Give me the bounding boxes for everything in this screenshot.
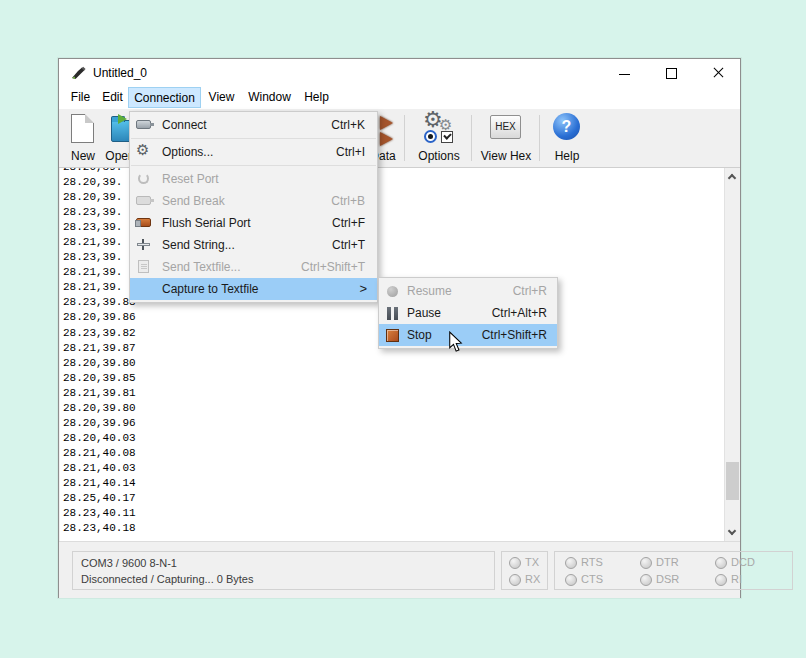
connection-status-text: Disconnected / Capturing... 0 Bytes	[81, 573, 253, 585]
toolbar-options-button[interactable]: ⚙⚙ Options	[409, 112, 469, 165]
menu-item-shortcut: Ctrl+Shift+T	[301, 260, 365, 274]
toolbar-new-label: New	[63, 149, 103, 163]
cts-led-icon	[565, 574, 577, 586]
dtr-led-icon	[640, 557, 652, 569]
menu-item-send-string[interactable]: Send String... Ctrl+T	[130, 234, 377, 256]
submenu-item-resume[interactable]: Resume Ctrl+R	[379, 280, 557, 302]
menu-item-label: Flush Serial Port	[162, 216, 251, 230]
submenu-item-stop[interactable]: Stop Ctrl+Shift+R	[379, 324, 557, 346]
window-title: Untitled_0	[93, 66, 147, 80]
toolbar-help-button[interactable]: ? Help	[543, 112, 591, 165]
status-bar: COM3 / 9600 8-N-1 Disconnected / Capturi…	[59, 541, 740, 598]
submenu-item-pause[interactable]: Pause Ctrl+Alt+R	[379, 302, 557, 324]
menu-item-label: Resume	[407, 284, 452, 298]
app-window: Untitled_0 File Edit Connection View Win…	[58, 58, 741, 598]
reset-icon	[136, 171, 153, 187]
capture-submenu: Resume Ctrl+R Pause Ctrl+Alt+R Stop Ctrl…	[378, 277, 558, 349]
toolbar-divider	[404, 115, 405, 161]
dtr-label: DTR	[656, 556, 679, 568]
toolbar-divider	[539, 115, 540, 161]
connection-dropdown-menu: Connect Ctrl+K ⚙ Options... Ctrl+I Reset…	[129, 111, 378, 303]
menu-item-connect[interactable]: Connect Ctrl+K	[130, 114, 377, 136]
menu-item-label: Stop	[407, 328, 432, 342]
submenu-arrow-icon: >	[359, 281, 367, 296]
dsr-led-icon	[640, 574, 652, 586]
menu-separator	[131, 138, 376, 139]
close-button[interactable]	[699, 59, 739, 87]
menu-item-label: Options...	[162, 145, 213, 159]
menu-item-capture-to-textfile[interactable]: Capture to Textfile >	[130, 278, 377, 300]
menu-item-label: Pause	[407, 306, 441, 320]
send-string-icon	[136, 237, 153, 253]
ri-label: RI	[731, 573, 742, 585]
toolbar-divider	[471, 115, 472, 161]
toolbar-view-hex-label: View Hex	[475, 149, 537, 163]
textfile-icon	[136, 259, 153, 275]
menu-item-shortcut: Ctrl+Alt+R	[492, 306, 547, 320]
menu-item-shortcut: Ctrl+I	[336, 145, 365, 159]
line-status-indicator-box: RTS CTS DTR DSR DCD RI	[554, 551, 793, 590]
menu-item-flush-serial-port[interactable]: Flush Serial Port Ctrl+F	[130, 212, 377, 234]
connection-info-box: COM3 / 9600 8-N-1 Disconnected / Capturi…	[72, 551, 495, 590]
clear-data-arrow-icon	[380, 132, 393, 146]
menu-item-shortcut: Ctrl+R	[513, 284, 547, 298]
connector-icon	[136, 117, 153, 133]
menu-edit[interactable]: Edit	[97, 87, 128, 108]
txrx-indicator-box: TX RX	[501, 551, 548, 590]
menu-item-shortcut: Ctrl+T	[332, 238, 365, 252]
hex-icon: HEX	[490, 115, 521, 139]
rts-led-icon	[565, 557, 577, 569]
dsr-label: DSR	[656, 573, 679, 585]
record-icon	[385, 283, 402, 299]
toolbar-options-label: Options	[409, 149, 469, 163]
menu-view[interactable]: View	[203, 87, 240, 108]
scrollbar-thumb[interactable]	[726, 462, 739, 500]
menu-connection[interactable]: Connection	[128, 87, 201, 108]
menu-item-reset-port[interactable]: Reset Port	[130, 168, 377, 190]
menu-item-send-textfile[interactable]: Send Textfile... Ctrl+Shift+T	[130, 256, 377, 278]
toolbar-new-button[interactable]: New	[63, 112, 103, 165]
rx-label: RX	[525, 573, 540, 585]
menu-item-options[interactable]: ⚙ Options... Ctrl+I	[130, 141, 377, 163]
scroll-down-button[interactable]	[725, 524, 740, 541]
options-gears-icon: ⚙⚙	[422, 110, 456, 144]
menu-item-shortcut: Ctrl+B	[331, 194, 365, 208]
clear-data-arrow-icon	[380, 116, 393, 130]
menu-item-label: Reset Port	[162, 172, 219, 186]
maximize-button[interactable]	[652, 59, 692, 87]
menu-item-label: Send Textfile...	[162, 260, 241, 274]
chevron-up-icon	[728, 174, 736, 182]
menu-bar: File Edit Connection View Window Help	[59, 87, 740, 110]
tx-led-icon	[509, 557, 521, 569]
vertical-scrollbar[interactable]	[724, 168, 740, 541]
cts-label: CTS	[581, 573, 603, 585]
scroll-up-button[interactable]	[725, 168, 740, 185]
stop-icon	[385, 327, 402, 343]
menu-item-label: Connect	[162, 118, 207, 132]
toolbar-view-hex-button[interactable]: HEX View Hex	[475, 112, 537, 165]
gear-icon: ⚙	[136, 144, 153, 160]
minimize-button[interactable]	[605, 59, 645, 87]
menu-item-label: Capture to Textfile	[162, 282, 259, 296]
rts-label: RTS	[581, 556, 603, 568]
menu-item-send-break[interactable]: Send Break Ctrl+B	[130, 190, 377, 212]
menu-item-label: Send Break	[162, 194, 225, 208]
ri-led-icon	[715, 574, 727, 586]
tx-label: TX	[525, 556, 539, 568]
menu-item-shortcut: Ctrl+Shift+R	[482, 328, 547, 342]
menu-item-label: Send String...	[162, 238, 235, 252]
toolbar-help-label: Help	[543, 149, 591, 163]
flush-icon	[136, 215, 153, 231]
chevron-down-icon	[728, 527, 736, 535]
menu-file[interactable]: File	[65, 87, 96, 108]
dcd-led-icon	[715, 557, 727, 569]
menu-window[interactable]: Window	[241, 87, 298, 108]
menu-item-shortcut: Ctrl+K	[331, 118, 365, 132]
connector-icon	[136, 193, 153, 209]
app-icon	[71, 66, 87, 80]
pause-icon	[385, 305, 402, 321]
help-question-icon: ?	[553, 113, 580, 140]
menu-item-shortcut: Ctrl+F	[332, 216, 365, 230]
menu-help[interactable]: Help	[299, 87, 334, 108]
title-bar[interactable]: Untitled_0	[59, 59, 740, 87]
